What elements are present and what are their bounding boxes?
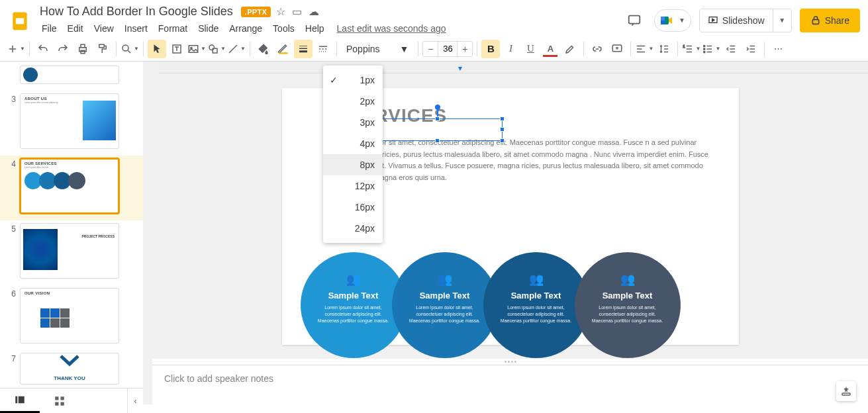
numbered-list-button[interactable]: 1▼ bbox=[682, 40, 700, 58]
slideshow-button[interactable]: Slideshow bbox=[700, 9, 773, 32]
slide-thumb-4[interactable]: OUR SERVICES Lorem ipsum dolor sit amet bbox=[20, 158, 119, 214]
font-family-select[interactable]: Poppins▼ bbox=[341, 40, 414, 58]
slides-logo[interactable] bbox=[8, 9, 32, 32]
filmstrip-view-button[interactable] bbox=[0, 389, 40, 413]
border-weight-option-1px[interactable]: ✓1px bbox=[323, 69, 383, 91]
comment-history-icon[interactable] bbox=[622, 9, 646, 32]
font-size-increase[interactable]: + bbox=[458, 42, 472, 56]
bold-button[interactable]: B bbox=[481, 40, 500, 58]
meet-button[interactable]: ▼ bbox=[654, 9, 691, 32]
menu-slide[interactable]: Slide bbox=[193, 21, 223, 36]
svg-rect-14 bbox=[189, 45, 198, 52]
circle-4[interactable]: 👥Sample TextLorem ipsum dolor sit amet, … bbox=[575, 252, 681, 358]
doc-title[interactable]: How To Add Border In Google Slides bbox=[37, 4, 236, 19]
circle-1[interactable]: 👥Sample TextLorem ipsum dolor sit amet, … bbox=[301, 252, 407, 358]
font-size-decrease[interactable]: − bbox=[423, 42, 438, 56]
paint-format-button[interactable] bbox=[93, 40, 112, 58]
resize-handle[interactable] bbox=[500, 116, 505, 121]
image-tool[interactable]: ▼ bbox=[187, 40, 206, 58]
menu-format[interactable]: Format bbox=[154, 21, 192, 36]
slide-body-text[interactable]: olor sit amet, consectetuer adipiscing e… bbox=[375, 137, 712, 183]
star-icon[interactable]: ☆ bbox=[276, 5, 285, 18]
zoom-button[interactable]: ▼ bbox=[121, 40, 139, 58]
svg-rect-7 bbox=[812, 19, 818, 24]
shape-tool[interactable]: ▼ bbox=[207, 40, 226, 58]
menu-insert[interactable]: Insert bbox=[120, 21, 152, 36]
highlight-button[interactable] bbox=[561, 40, 579, 58]
border-weight-option-3px[interactable]: 3px bbox=[323, 112, 383, 133]
resize-handle[interactable] bbox=[500, 127, 505, 132]
ruler-indent-marker[interactable]: ▾ bbox=[458, 64, 462, 73]
more-button[interactable]: ⋯ bbox=[769, 40, 787, 58]
thumb-title: OUR VISION bbox=[21, 289, 119, 297]
last-edit-link[interactable]: Last edit was seconds ago bbox=[337, 23, 446, 34]
insert-comment-button[interactable] bbox=[608, 40, 626, 58]
scrollbar[interactable] bbox=[143, 62, 152, 404]
align-button[interactable]: ▼ bbox=[635, 40, 653, 58]
font-size-input[interactable] bbox=[438, 42, 458, 56]
slide-thumb-7[interactable]: THANK YOU bbox=[20, 353, 119, 385]
select-tool[interactable] bbox=[148, 40, 166, 58]
fill-color-button[interactable] bbox=[254, 40, 273, 58]
notes-drag-handle[interactable] bbox=[152, 358, 868, 365]
border-weight-option-16px[interactable]: 16px bbox=[323, 197, 383, 218]
circle-3[interactable]: 👥Sample TextLorem ipsum dolor sit amet, … bbox=[483, 252, 589, 358]
menu-file[interactable]: File bbox=[37, 21, 62, 36]
slide-thumb-2-partial[interactable] bbox=[20, 66, 119, 84]
border-weight-button[interactable] bbox=[294, 40, 313, 58]
border-weight-option-2px[interactable]: 2px bbox=[323, 91, 383, 112]
move-icon[interactable]: ▭ bbox=[292, 5, 302, 18]
rotation-handle[interactable] bbox=[435, 105, 440, 110]
workspace: 3 ABOUT US Lorem ipsum dolor sit amet ad… bbox=[0, 62, 868, 404]
undo-button[interactable] bbox=[34, 40, 52, 58]
slideshow-caret[interactable]: ▼ bbox=[773, 9, 791, 32]
svg-rect-51 bbox=[55, 402, 58, 405]
redo-button[interactable] bbox=[54, 40, 72, 58]
menu-view[interactable]: View bbox=[89, 21, 119, 36]
menu-arrange[interactable]: Arrange bbox=[224, 21, 267, 36]
border-color-button[interactable] bbox=[274, 40, 293, 58]
thumb-image bbox=[23, 229, 58, 270]
speaker-notes[interactable]: Click to add speaker notes bbox=[152, 365, 868, 404]
selection-box[interactable] bbox=[373, 118, 503, 141]
resize-handle[interactable] bbox=[500, 138, 505, 143]
border-weight-option-12px[interactable]: 12px bbox=[323, 175, 383, 197]
print-button[interactable] bbox=[73, 40, 92, 58]
grid-view-button[interactable] bbox=[40, 389, 79, 413]
resize-handle[interactable] bbox=[435, 138, 440, 143]
explore-button[interactable] bbox=[836, 381, 856, 401]
border-dash-button[interactable] bbox=[314, 40, 332, 58]
circle-title: Sample Text bbox=[603, 291, 653, 300]
bulleted-list-button[interactable]: ▼ bbox=[702, 40, 720, 58]
italic-button[interactable]: I bbox=[501, 40, 520, 58]
svg-rect-4 bbox=[661, 17, 665, 21]
cloud-status-icon[interactable]: ☁ bbox=[309, 5, 319, 18]
border-weight-option-8px[interactable]: 8px bbox=[323, 154, 383, 175]
people-icon: 👥 bbox=[620, 272, 635, 287]
circle-2[interactable]: 👥Sample TextLorem ipsum dolor sit amet, … bbox=[392, 252, 498, 358]
new-slide-button[interactable]: ▼ bbox=[7, 40, 25, 58]
thumbnail-panel[interactable]: 3 ABOUT US Lorem ipsum dolor sit amet ad… bbox=[0, 62, 143, 404]
resize-handle[interactable] bbox=[435, 116, 440, 121]
text-color-button[interactable]: A bbox=[541, 40, 559, 58]
insert-link-button[interactable] bbox=[588, 40, 606, 58]
textbox-tool[interactable] bbox=[168, 40, 186, 58]
menu-edit[interactable]: Edit bbox=[63, 21, 88, 36]
decrease-indent-button[interactable] bbox=[722, 40, 740, 58]
border-weight-option-24px[interactable]: 24px bbox=[323, 218, 383, 239]
line-tool[interactable]: ▼ bbox=[227, 40, 246, 58]
increase-indent-button[interactable] bbox=[742, 40, 760, 58]
share-button[interactable]: Share bbox=[800, 9, 860, 32]
thumb-circles bbox=[21, 169, 119, 189]
menu-tools[interactable]: Tools bbox=[268, 21, 299, 36]
menu-help[interactable]: Help bbox=[301, 21, 329, 36]
slide-thumb-3[interactable]: ABOUT US Lorem ipsum dolor sit amet adip… bbox=[20, 93, 119, 149]
slide-thumb-5[interactable]: PROJECT PROCESS bbox=[20, 223, 119, 279]
collapse-panel-button[interactable]: ‹ bbox=[127, 389, 143, 413]
font-family-label: Poppins bbox=[346, 44, 380, 54]
horizontal-ruler[interactable]: ▾ bbox=[159, 62, 868, 73]
slide-thumb-6[interactable]: OUR VISION bbox=[20, 288, 119, 344]
line-spacing-button[interactable] bbox=[655, 40, 673, 58]
underline-button[interactable]: U bbox=[521, 40, 540, 58]
border-weight-option-4px[interactable]: 4px bbox=[323, 133, 383, 154]
